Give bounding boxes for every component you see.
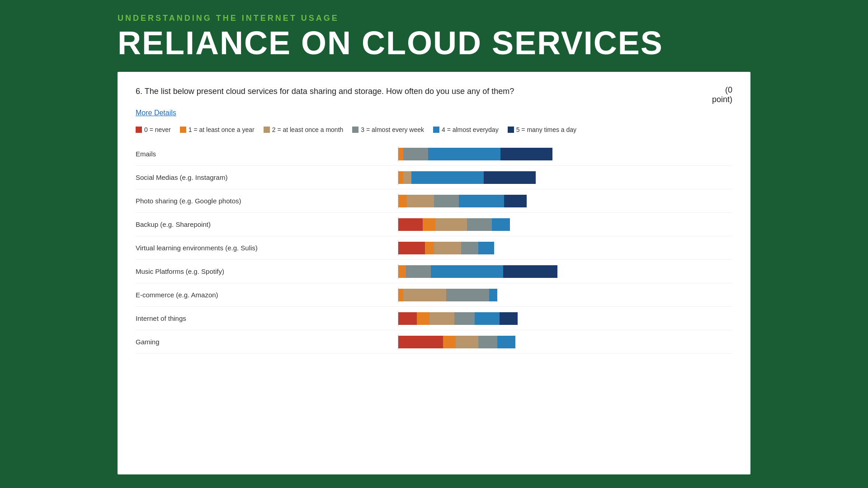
legend-item: 4 = almost everyday xyxy=(433,126,499,133)
chart-row-label: Internet of things xyxy=(136,314,307,322)
chart-divider xyxy=(398,193,398,209)
legend-color-box xyxy=(264,127,270,133)
chart-row-label: Gaming xyxy=(136,338,307,346)
bar-segment xyxy=(467,218,492,231)
chart-row: Internet of things xyxy=(136,307,732,330)
bar-container xyxy=(307,146,732,162)
more-details-link[interactable]: More Details xyxy=(136,109,732,117)
bar-wrapper xyxy=(398,148,552,160)
bar-wrapper xyxy=(398,218,510,231)
legend-color-box xyxy=(180,127,186,133)
bar-segment xyxy=(475,312,500,325)
legend-label: 1 = at least once a year xyxy=(189,126,255,133)
legend-label: 4 = almost everyday xyxy=(442,126,499,133)
chart-row: Music Platforms (e.g. Spotify) xyxy=(136,260,732,283)
bar-segment xyxy=(434,195,459,207)
bar-container xyxy=(307,193,732,209)
question-body: The list below present cloud services fo… xyxy=(145,87,514,96)
chart-row: Social Medias (e.g. Instagram) xyxy=(136,166,732,189)
bar-container xyxy=(307,311,732,326)
bar-segment xyxy=(435,218,467,231)
main-title: RELIANCE ON CLOUD SERVICES xyxy=(118,27,750,59)
chart-row-label: Music Platforms (e.g. Spotify) xyxy=(136,267,307,275)
legend-label: 5 = many times a day xyxy=(516,126,576,133)
chart-divider xyxy=(398,264,398,279)
bar-segment xyxy=(454,312,475,325)
bar-segment xyxy=(478,336,497,348)
bar-segment xyxy=(456,336,478,348)
bar-wrapper xyxy=(398,336,515,348)
bar-segment xyxy=(492,218,510,231)
bar-container xyxy=(307,334,732,350)
legend-item: 1 = at least once a year xyxy=(180,126,255,133)
header-section: UNDERSTANDING THE INTERNET USAGE RELIANC… xyxy=(118,14,750,67)
bar-wrapper xyxy=(398,242,494,254)
bar-segment xyxy=(411,171,484,184)
legend-color-box xyxy=(352,127,359,133)
bar-segment xyxy=(398,195,407,207)
bar-wrapper xyxy=(398,171,536,184)
bar-segment xyxy=(423,218,435,231)
legend-label: 2 = at least once a month xyxy=(272,126,344,133)
bar-wrapper xyxy=(398,195,527,207)
chart-row-label: Virtual learning environments (e.g. Suli… xyxy=(136,244,307,252)
legend: 0 = never 1 = at least once a year 2 = a… xyxy=(136,126,732,133)
bar-segment xyxy=(500,148,552,160)
chart-divider xyxy=(398,217,398,232)
chart-row: Virtual learning environments (e.g. Suli… xyxy=(136,236,732,260)
bar-segment xyxy=(431,265,503,278)
legend-item: 0 = never xyxy=(136,126,171,133)
chart-row-label: Backup (e.g. Sharepoint) xyxy=(136,221,307,228)
bar-segment xyxy=(398,336,443,348)
chart-row-label: Photo sharing (e.g. Google photos) xyxy=(136,197,307,205)
chart-area: EmailsSocial Medias (e.g. Instagram)Phot… xyxy=(136,142,732,354)
bar-segment xyxy=(500,312,518,325)
bar-segment xyxy=(425,242,434,254)
chart-divider xyxy=(398,240,398,256)
bar-segment xyxy=(428,148,500,160)
bar-segment xyxy=(398,312,417,325)
chart-row: Photo sharing (e.g. Google photos) xyxy=(136,189,732,213)
chart-divider xyxy=(398,334,398,350)
bar-segment xyxy=(398,171,403,184)
bar-segment xyxy=(443,336,456,348)
points-label: (0point) xyxy=(712,85,732,104)
chart-row: Emails xyxy=(136,142,732,166)
bar-segment xyxy=(478,242,494,254)
bar-segment xyxy=(403,148,428,160)
bar-segment xyxy=(398,242,425,254)
chart-divider xyxy=(398,311,398,326)
chart-row-label: Emails xyxy=(136,150,307,158)
legend-item: 5 = many times a day xyxy=(508,126,576,133)
bar-container xyxy=(307,240,732,256)
chart-divider xyxy=(398,170,398,185)
bar-segment xyxy=(403,171,411,184)
bar-segment xyxy=(398,148,403,160)
legend-color-box xyxy=(508,127,514,133)
bar-segment xyxy=(446,289,489,301)
bar-container xyxy=(307,264,732,279)
bar-segment xyxy=(461,242,478,254)
question-number: 6. xyxy=(136,87,142,96)
bar-segment xyxy=(497,336,515,348)
chart-row-label: E-commerce (e.g. Amazon) xyxy=(136,291,307,299)
content-card: 6. The list below present cloud services… xyxy=(118,72,750,474)
chart-row: Gaming xyxy=(136,330,732,354)
legend-color-box xyxy=(136,127,142,133)
bar-segment xyxy=(503,265,557,278)
legend-item: 2 = at least once a month xyxy=(264,126,344,133)
bar-segment xyxy=(403,289,446,301)
bar-segment xyxy=(398,265,406,278)
bar-wrapper xyxy=(398,289,497,301)
bar-segment xyxy=(434,242,461,254)
legend-item: 3 = almost every week xyxy=(352,126,424,133)
chart-divider xyxy=(398,287,398,303)
bar-segment xyxy=(398,289,403,301)
legend-label: 0 = never xyxy=(144,126,171,133)
bar-container xyxy=(307,217,732,232)
legend-color-box xyxy=(433,127,439,133)
chart-row-label: Social Medias (e.g. Instagram) xyxy=(136,174,307,181)
bar-segment xyxy=(398,218,423,231)
bar-container xyxy=(307,287,732,303)
bar-segment xyxy=(406,265,431,278)
